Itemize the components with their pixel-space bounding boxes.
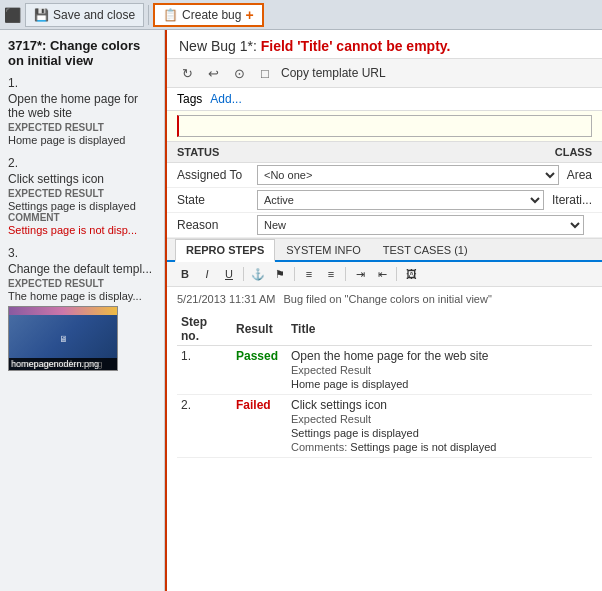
attach-icon[interactable]: ⊙ (229, 63, 249, 83)
log-date: 5/21/2013 11:31 AM (177, 293, 275, 305)
create-bug-button[interactable]: 📋 Create bug + (153, 3, 264, 27)
tab-test-cases[interactable]: TEST CASES (1) (372, 239, 479, 262)
status-row-assigned: Assigned To <No one> Area (167, 163, 602, 188)
status-header-left-label: STATUS (177, 146, 555, 158)
editor-sep-1 (243, 267, 244, 281)
save-close-button[interactable]: 💾 Save and close (25, 3, 144, 27)
step-row-2: 2. Failed Click settings icon Expected R… (177, 395, 592, 458)
step-2: 2. Click settings icon EXPECTED RESULT S… (8, 156, 156, 236)
col-result: Result (232, 313, 287, 346)
step-2-result: Failed (232, 395, 287, 458)
copy-template-url[interactable]: Copy template URL (281, 66, 386, 80)
state-select[interactable]: Active (257, 190, 544, 210)
ordered-list-button[interactable]: ≡ (321, 265, 341, 283)
step-1-desc: Open the home page for the web site (8, 92, 156, 120)
save-icon: 💾 (34, 8, 49, 22)
list-button[interactable]: ≡ (299, 265, 319, 283)
title-input-area (167, 111, 602, 142)
create-bug-label: Create bug (182, 8, 241, 22)
main-area: 3717*: Change colors on initial view 1. … (0, 30, 602, 591)
assigned-to-select[interactable]: <No one> (257, 165, 559, 185)
steps-table: Step no. Result Title 1. Passed Open the… (177, 313, 592, 458)
save-close-label: Save and close (53, 8, 135, 22)
tags-add-button[interactable]: Add... (210, 92, 241, 106)
underline-button[interactable]: U (219, 265, 239, 283)
log-entry: 5/21/2013 11:31 AM Bug filed on "Change … (177, 293, 592, 305)
step-2-title: Click settings icon Expected Result Sett… (287, 395, 592, 458)
bug-header: New Bug 1*: Field 'Title' cannot be empt… (167, 30, 602, 59)
image-filename: homepagemodern.png (9, 358, 117, 370)
step-2-expected: Settings page is displayed (8, 200, 156, 212)
refresh-icon[interactable]: ↻ (177, 63, 197, 83)
step-2-expected-label: EXPECTED RESULT (8, 188, 156, 199)
step-1: 1. Open the home page for the web site E… (8, 76, 156, 146)
step-2-comment-label: COMMENT (8, 212, 156, 223)
step-2-no: 2. (177, 395, 232, 458)
bug-icon: 📋 (163, 8, 178, 22)
bug-title-input[interactable] (177, 115, 592, 137)
tags-row: Tags Add... (167, 88, 602, 111)
step-3-expected-label: EXPECTED RESULT (8, 278, 156, 289)
log-message: Bug filed on "Change colors on initial v… (283, 293, 491, 305)
content-area[interactable]: 5/21/2013 11:31 AM Bug filed on "Change … (167, 287, 602, 591)
state-value: Active (257, 190, 544, 210)
step-1-expected-label: EXPECTED RESULT (8, 122, 156, 133)
status-header: STATUS CLASS (167, 142, 602, 163)
step-1-result: Passed (232, 346, 287, 395)
tab-system-info[interactable]: SYSTEM INFO (275, 239, 372, 262)
add-icon: + (245, 7, 253, 23)
step-3-expected: The home page is display... (8, 290, 156, 302)
bug-title-prefix: New Bug 1*: (179, 38, 261, 54)
italic-button[interactable]: I (197, 265, 217, 283)
col-step-no: Step no. (177, 313, 232, 346)
tabs-bar: REPRO STEPS SYSTEM INFO TEST CASES (1) (167, 239, 602, 262)
insert-image-button[interactable]: 🖼 (401, 265, 421, 283)
bug-title: New Bug 1*: Field 'Title' cannot be empt… (179, 38, 590, 54)
step-1-num: 1. (8, 76, 156, 90)
indent-button[interactable]: ⇥ (350, 265, 370, 283)
reason-select[interactable]: New (257, 215, 584, 235)
step-3-num: 3. (8, 246, 156, 260)
step-1-no: 1. (177, 346, 232, 395)
reason-label: Reason (177, 218, 257, 232)
window-icon: ⬛ (4, 7, 21, 23)
step-2-comment: Settings page is not disp... (8, 224, 156, 236)
test-case-title: 3717*: Change colors on initial view (8, 38, 156, 68)
bug-form-panel: New Bug 1*: Field 'Title' cannot be empt… (165, 30, 602, 591)
outdent-button[interactable]: ⇤ (372, 265, 392, 283)
insert-link-button[interactable]: ⚓ (248, 265, 268, 283)
col-title: Title (287, 313, 592, 346)
bug-title-error: Field 'Title' cannot be empty. (261, 38, 451, 54)
step-row-1: 1. Passed Open the home page for the web… (177, 346, 592, 395)
undo-icon[interactable]: ↩ (203, 63, 223, 83)
step-3-desc: Change the default templ... (8, 262, 156, 276)
step-1-title: Open the home page for the web site Expe… (287, 346, 592, 395)
area-label: Area (567, 168, 592, 182)
status-header-right-label: CLASS (555, 146, 592, 158)
assigned-to-value: <No one> (257, 165, 559, 185)
bold-button[interactable]: B (175, 265, 195, 283)
editor-sep-4 (396, 267, 397, 281)
link-icon[interactable]: □ (255, 63, 275, 83)
step-2-desc: Click settings icon (8, 172, 156, 186)
tab-repro-steps[interactable]: REPRO STEPS (175, 239, 275, 262)
editor-sep-3 (345, 267, 346, 281)
assigned-to-label: Assigned To (177, 168, 257, 182)
main-toolbar: ⬛ 💾 Save and close 📋 Create bug + (0, 0, 602, 30)
status-row-reason: Reason New (167, 213, 602, 238)
status-row-state: State Active Iterati... (167, 188, 602, 213)
bug-toolbar: ↻ ↩ ⊙ □ Copy template URL (167, 59, 602, 88)
reason-value: New (257, 215, 584, 235)
toolbar-separator (148, 5, 149, 25)
insert-flag-button[interactable]: ⚑ (270, 265, 290, 283)
status-section: STATUS CLASS Assigned To <No one> Area S… (167, 142, 602, 239)
left-panel: 3717*: Change colors on initial view 1. … (0, 30, 165, 591)
tags-label: Tags (177, 92, 202, 106)
editor-toolbar: B I U ⚓ ⚑ ≡ ≡ ⇥ ⇤ 🖼 (167, 262, 602, 287)
editor-sep-2 (294, 267, 295, 281)
state-label: State (177, 193, 257, 207)
iteration-label: Iterati... (552, 193, 592, 207)
step-1-expected: Home page is displayed (8, 134, 156, 146)
step-3: 3. Change the default templ... EXPECTED … (8, 246, 156, 371)
step-2-num: 2. (8, 156, 156, 170)
